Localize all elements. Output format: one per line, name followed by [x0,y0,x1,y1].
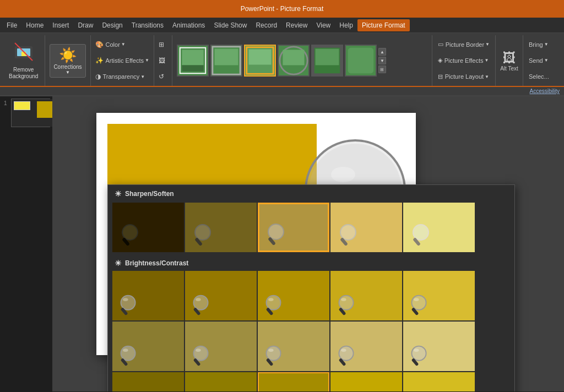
brightness-thumb-r3c3[interactable] [258,372,329,391]
gallery-items [177,45,377,77]
slide-thumb-inner [12,99,52,127]
brightness-row-3 [112,372,510,391]
arrange-group: Bring ▼ Send ▼ Selec... [523,35,562,86]
gallery-thumb-6[interactable] [345,45,377,77]
gallery-up-button[interactable]: ▲ [378,48,386,56]
svg-rect-16 [283,50,304,65]
menu-insert[interactable]: Insert [48,19,73,31]
menu-file[interactable]: File [2,19,21,31]
slide-panel: 1 [0,96,52,391]
send-backward-button[interactable]: Send ▼ [527,56,558,65]
sharpen-thumb-4[interactable] [330,203,402,252]
svg-point-48 [411,296,426,310]
brightness-thumb-r2c3[interactable] [258,322,329,371]
selection-pane-button[interactable]: Selec... [527,72,558,81]
brightness-thumb-r1c3[interactable] [258,271,329,320]
gallery-expand-button[interactable]: ⊞ [378,66,386,73]
brightness-thumb-r3c5[interactable] [403,372,475,391]
color-button[interactable]: 🎨 Color ▼ [93,40,151,49]
brightness-grid [108,270,514,391]
bring-forward-label: Bring [529,41,543,48]
svg-point-36 [121,296,135,310]
brightness-row-2 [112,322,510,371]
svg-point-54 [193,346,208,361]
gallery-thumb-1[interactable] [177,45,209,77]
brightness-thumb-r3c4[interactable] [330,372,402,391]
artistic-dropdown-icon: ▼ [145,58,149,63]
slide-thumb-1[interactable]: 1 [11,99,50,127]
menu-draw[interactable]: Draw [73,19,97,31]
svg-point-40 [196,298,200,301]
brightness-thumb-r1c5[interactable] [403,271,475,320]
brightness-thumb-r1c4[interactable] [330,271,402,320]
artistic-effects-button[interactable]: ✨ Artistic Effects ▼ [93,56,151,65]
menu-view[interactable]: View [312,19,335,31]
picture-layout-dropdown-icon: ▼ [485,74,489,79]
brightness-thumb-r3c1[interactable] [112,372,184,391]
svg-point-45 [339,296,353,310]
reset-picture-button[interactable]: ↺ [156,72,170,81]
menu-home[interactable]: Home [21,19,48,31]
svg-point-61 [341,349,346,352]
bring-forward-dropdown-icon: ▼ [544,42,549,47]
gallery-thumb-3[interactable] [244,45,276,77]
svg-rect-19 [316,49,339,66]
svg-point-49 [414,298,419,301]
svg-point-46 [341,298,346,301]
change-picture-button[interactable]: 🖼 [156,56,170,65]
compress-button[interactable]: ⊞ [156,40,170,49]
ribbon-content: Remove Background ☀️ Corrections ▼ 🎨 Col… [0,33,564,87]
menu-transitions[interactable]: Transitions [127,19,168,31]
svg-point-51 [121,346,135,361]
sharpen-thumb-5[interactable] [403,203,475,252]
brightness-thumb-r2c2[interactable] [185,322,257,371]
remove-background-group: Remove Background [2,35,45,86]
svg-point-39 [193,296,208,310]
menu-pictureformat[interactable]: Picture Format [357,19,410,31]
sharpen-grid [108,200,514,254]
menu-record[interactable]: Record [251,19,281,31]
remove-background-button[interactable]: Remove Background [7,40,40,82]
transparency-dropdown-icon: ▼ [140,74,145,79]
svg-rect-21 [348,48,374,74]
title-bar: PowerPoint - Picture Format [0,0,564,18]
picture-layout-button[interactable]: ⊟ Picture Layout ▼ [436,72,492,81]
compress-icon: ⊞ [159,41,164,48]
picture-border-button[interactable]: ▭ Picture Border ▼ [436,40,492,49]
corrections-button[interactable]: ☀️ Corrections ▼ [50,44,85,78]
gallery-thumb-2[interactable] [210,45,242,77]
menu-animations[interactable]: Animations [168,19,209,31]
transparency-button[interactable]: ◑ Transparency ▼ [93,72,151,81]
alt-text-group[interactable]: 🖼 Alt Text [496,35,523,86]
brightness-thumb-r3c2[interactable] [185,372,257,391]
picture-border-group: ▭ Picture Border ▼ ◈ Picture Effects ▼ ⊟… [432,35,496,86]
picture-border-icon: ▭ [438,41,443,48]
corrections-dropdown: ☀ Sharpen/Soften [107,184,515,391]
sharpen-thumb-2[interactable] [185,203,257,252]
gallery-down-button[interactable]: ▼ [378,57,386,64]
change-picture-icon: 🖼 [159,57,165,64]
brightness-thumb-r2c4[interactable] [330,322,402,371]
menu-help[interactable]: Help [335,19,357,31]
bring-forward-button[interactable]: Bring ▼ [527,40,558,49]
sharpen-thumb-1[interactable] [112,203,184,252]
accessibility-link[interactable]: Accessibility [530,88,560,94]
picture-effects-button[interactable]: ◈ Picture Effects ▼ [436,56,492,65]
sharpen-thumb-3[interactable] [258,203,329,252]
brightness-thumb-r2c1[interactable] [112,322,184,371]
brightness-thumb-r2c5[interactable] [403,322,475,371]
menu-slideshow[interactable]: Slide Show [209,19,251,31]
gallery-thumb-5[interactable] [311,45,343,77]
remove-background-icon [14,42,34,66]
brightness-thumb-r1c1[interactable] [112,271,184,320]
color-icon: 🎨 [95,41,104,48]
alt-text-icon: 🖼 [503,50,516,66]
menu-design[interactable]: Design [97,19,127,31]
gallery-thumb-4[interactable] [278,45,310,77]
corrections-sun-icon: ☀️ [59,47,77,64]
brightness-thumb-r1c2[interactable] [185,271,257,320]
svg-point-43 [268,298,273,301]
corrections-group: ☀️ Corrections ▼ [45,35,90,86]
menu-review[interactable]: Review [281,19,312,31]
svg-point-42 [266,296,280,310]
